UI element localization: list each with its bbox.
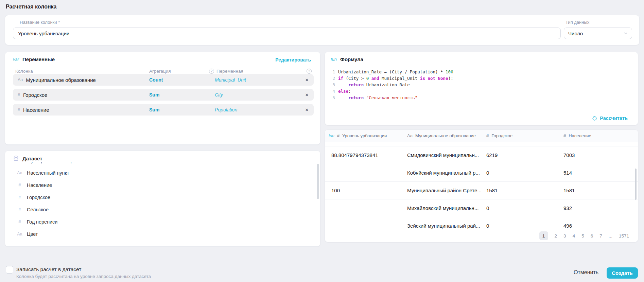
- dataset-field-label: Населенный пункт: [27, 170, 69, 176]
- chevron-down-icon: [624, 31, 628, 35]
- preview-row: Михайловский муниципальн...0932: [325, 199, 638, 217]
- remove-variable-button[interactable]: ✕: [300, 107, 314, 112]
- dataset-field[interactable]: #Население: [5, 179, 317, 191]
- preview-cell: 0: [486, 170, 563, 176]
- code-line: 1Urbanization_Rate = (City / Population)…: [331, 69, 631, 75]
- help-icon[interactable]: ?: [209, 69, 214, 74]
- remove-variable-button[interactable]: ✕: [300, 92, 314, 98]
- dataset-field-label: Муниципальное образование: [27, 162, 94, 163]
- text-type-icon: Aa: [407, 133, 413, 138]
- preview-row: 100Муниципальный район Срете...15811581: [325, 182, 638, 199]
- code-text: else:: [338, 88, 351, 94]
- text-type-icon: Aa: [16, 162, 23, 163]
- pagination-page[interactable]: 1571: [619, 233, 629, 239]
- dataset-field-label: Городское: [27, 195, 50, 200]
- preview-column-header: #Городское: [486, 133, 563, 138]
- aggregation-select[interactable]: Sum: [149, 107, 215, 112]
- variable-header: Переменная: [216, 69, 243, 74]
- cancel-button[interactable]: Отменить: [574, 269, 598, 276]
- remove-variable-button[interactable]: ✕: [300, 77, 314, 83]
- preview-column-header: #Население: [563, 133, 638, 138]
- data-type-value: Число: [568, 31, 583, 36]
- variables-table-headers: Колонка Агрегация ? Переменная ?: [13, 68, 314, 74]
- write-to-dataset-checkbox[interactable]: [6, 266, 13, 274]
- dataset-panel-header: Датасет: [13, 155, 42, 161]
- dataset-field-label: Цвет: [27, 231, 38, 237]
- preview-cell: 496: [563, 223, 638, 229]
- variable-row: #ГородскоеSumCity✕: [13, 89, 314, 101]
- number-type-icon: #: [16, 207, 23, 212]
- preview-cell: 0: [486, 223, 563, 229]
- preview-row: 88.80479794373841Смидовичский муниципаль…: [325, 146, 638, 164]
- preview-column-label: Городское: [491, 133, 512, 138]
- text-type-icon: Aa: [18, 77, 23, 82]
- pagination-page[interactable]: 5: [581, 233, 584, 239]
- line-number: 3: [331, 82, 335, 88]
- preview-table-header: fun#Уровень урбанизацииAaМуниципальное о…: [325, 130, 638, 142]
- variable-name[interactable]: City: [215, 92, 300, 98]
- dataset-field[interactable]: #Сельское: [5, 204, 317, 216]
- preview-cell: 0: [486, 205, 563, 211]
- preview-cell: 100: [329, 188, 407, 193]
- preview-cell: Кобяйский муниципальный р...: [407, 170, 486, 176]
- preview-cell: 514: [563, 170, 638, 176]
- pagination-page[interactable]: 2: [555, 233, 557, 239]
- preview-row: Кобяйский муниципальный р...0514: [325, 164, 638, 182]
- data-type-select[interactable]: Число: [564, 28, 632, 39]
- line-number: 2: [331, 75, 335, 82]
- number-type-icon: #: [16, 195, 23, 200]
- fun-tag: fun: [331, 57, 337, 62]
- number-type-icon: #: [563, 133, 566, 138]
- text-type-icon: Aa: [16, 171, 23, 175]
- pagination-page[interactable]: 7: [599, 233, 602, 239]
- text-type-icon: Aa: [16, 232, 23, 236]
- column-settings-card: Название колонки * Тип данных Число: [5, 15, 640, 45]
- dataset-field-label: Население: [27, 182, 52, 188]
- pagination-page[interactable]: 4: [573, 233, 575, 239]
- variable-column-name: Муниципальное образование: [26, 77, 96, 83]
- write-to-dataset-label[interactable]: Записать расчет в датасет: [16, 266, 81, 272]
- variables-panel: var Переменные Редактировать Колонка Агр…: [5, 52, 320, 145]
- pagination-page[interactable]: 3: [563, 233, 566, 239]
- dataset-field[interactable]: #Год переписи: [5, 216, 317, 228]
- pagination-page[interactable]: 1: [539, 231, 548, 240]
- variable-name[interactable]: Municipal_Unit: [215, 77, 300, 83]
- code-text: if (City > 0 and Municipal_Unit is not N…: [338, 75, 453, 82]
- dataset-field[interactable]: AaЦвет: [5, 228, 317, 240]
- preview-cell: 1581: [563, 188, 638, 193]
- code-line: 4else:: [331, 88, 631, 94]
- dataset-field-label: Год переписи: [27, 219, 57, 225]
- dataset-title: Датасет: [22, 156, 42, 161]
- line-number: 1: [331, 69, 335, 75]
- variable-name[interactable]: Population: [215, 107, 300, 112]
- help-icon[interactable]: ?: [307, 69, 312, 74]
- page-title: Расчетная колонка: [6, 4, 56, 10]
- create-button[interactable]: Создать: [607, 267, 638, 279]
- dataset-field-list: AaМуниципальное образованиеAaНаселенный …: [5, 162, 317, 244]
- aggregation-header: Агрегация: [149, 69, 215, 74]
- variables-rows: AaМуниципальное образованиеCountMunicipa…: [13, 74, 314, 119]
- preview-column-label: Население: [569, 133, 591, 138]
- dataset-field[interactable]: AaМуниципальное образование: [5, 162, 317, 167]
- pagination-page[interactable]: 6: [591, 233, 593, 239]
- dataset-field-label: Сельское: [27, 207, 49, 212]
- number-type-icon: #: [16, 219, 23, 224]
- edit-variables-link[interactable]: Редактировать: [275, 57, 311, 63]
- formula-code-editor[interactable]: 1Urbanization_Rate = (City / Population)…: [331, 69, 631, 101]
- aggregation-select[interactable]: Count: [149, 77, 215, 83]
- calculate-button[interactable]: Рассчитать: [592, 116, 628, 121]
- aggregation-select[interactable]: Sum: [149, 92, 215, 98]
- column-name-label: Название колонки *: [20, 20, 60, 25]
- dataset-field[interactable]: AaНаселенный пункт: [5, 167, 317, 179]
- column-name-input[interactable]: [13, 28, 561, 39]
- pagination: 1234567...1571: [325, 230, 638, 242]
- number-type-icon: #: [18, 107, 20, 112]
- code-text: return "Сельская местность": [338, 94, 417, 101]
- variable-column-name: Городское: [23, 92, 47, 98]
- number-type-icon: #: [337, 133, 340, 138]
- preview-scrollbar[interactable]: [635, 169, 637, 200]
- dataset-field[interactable]: #Городское: [5, 191, 317, 204]
- calculate-label: Рассчитать: [600, 116, 628, 121]
- dataset-scrollbar[interactable]: [317, 164, 319, 199]
- number-type-icon: #: [18, 92, 20, 97]
